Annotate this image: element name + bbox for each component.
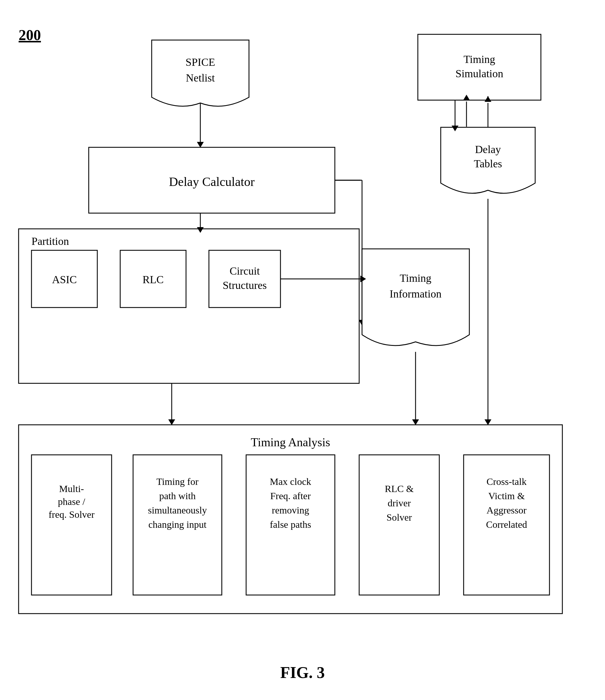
circuit-structures-label2: Structures xyxy=(223,279,267,291)
svg-text:Multi-: Multi- xyxy=(59,483,84,494)
svg-text:Timing for: Timing for xyxy=(156,476,199,487)
timing-analysis-label: Timing Analysis xyxy=(251,436,330,449)
multi-phase-label: freq. Solver xyxy=(49,509,95,520)
timing-simulation-label: Timing xyxy=(464,53,495,65)
delay-tables-label: Delay xyxy=(475,143,501,155)
rlc-label: RLC xyxy=(143,273,164,285)
partition-label: Partition xyxy=(31,235,69,247)
svg-text:removing: removing xyxy=(272,505,309,516)
svg-marker-21 xyxy=(168,419,175,425)
max-clock-label: false paths xyxy=(270,519,311,530)
circuit-structures-box xyxy=(209,250,281,307)
svg-marker-23 xyxy=(412,419,419,425)
timing-info-label2: Information xyxy=(389,288,442,300)
diagram-container: 200 SPICE Netlist Timing Simulation Dela… xyxy=(0,0,605,700)
svg-text:Aggressor: Aggressor xyxy=(486,505,527,516)
svg-text:Simulation: Simulation xyxy=(456,68,503,79)
ref-number: 200 xyxy=(19,27,41,43)
timing-info-label1: Timing xyxy=(400,272,432,284)
svg-marker-25 xyxy=(485,419,491,425)
svg-text:Victim &: Victim & xyxy=(488,491,525,501)
svg-text:Cross-talk: Cross-talk xyxy=(486,476,527,487)
svg-text:driver: driver xyxy=(387,498,411,508)
spice-netlist-label: SPICE xyxy=(186,56,215,68)
timing-path-label: changing input xyxy=(148,519,207,530)
svg-text:Freq. after: Freq. after xyxy=(270,491,311,501)
circuit-structures-label1: Circuit xyxy=(229,265,260,277)
svg-text:phase /: phase / xyxy=(58,496,85,507)
multi-phase-box xyxy=(31,455,112,595)
timing-simulation-box xyxy=(418,34,541,100)
rlc-driver-label: Solver xyxy=(387,512,412,523)
svg-text:Tables: Tables xyxy=(474,158,502,170)
delay-calculator-label: Delay Calculator xyxy=(169,175,255,189)
asic-label: ASIC xyxy=(52,273,77,285)
figure-label: FIG. 3 xyxy=(280,664,325,681)
svg-text:Max clock: Max clock xyxy=(270,476,311,487)
svg-text:simultaneously: simultaneously xyxy=(148,505,207,516)
svg-text:path with: path with xyxy=(159,491,195,501)
crosstalk-label: Correlated xyxy=(486,519,527,530)
svg-text:Netlist: Netlist xyxy=(186,72,215,84)
svg-text:RLC &: RLC & xyxy=(385,483,414,494)
svg-marker-3 xyxy=(197,142,204,148)
rlc-driver-box xyxy=(359,455,439,595)
